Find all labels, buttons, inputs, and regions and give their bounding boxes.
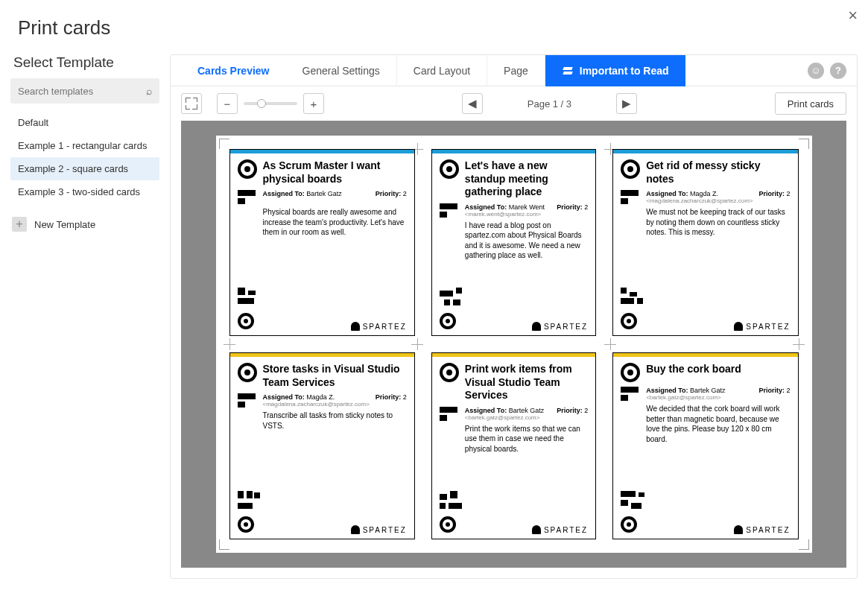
search-templates-box[interactable]: ⌕: [10, 78, 159, 104]
page-indicator: Page 1 / 3: [528, 98, 571, 110]
target-icon: [440, 516, 456, 533]
card-description: Transcribe all tasks from sticky notes t…: [263, 410, 407, 431]
tab-important[interactable]: Important to Read: [545, 55, 685, 86]
template-item[interactable]: Example 3 - two-sided cards: [10, 180, 159, 203]
main-panel: Cards PreviewGeneral SettingsCard Layout…: [170, 54, 858, 579]
assignee-email: <bartek.gatz@spartez.com>: [465, 414, 551, 421]
helmet-icon: [351, 525, 360, 534]
card-title: Buy the cork board: [646, 363, 741, 376]
helmet-icon: [734, 322, 743, 331]
barcode-icon: [440, 288, 465, 308]
target-icon: [621, 313, 637, 329]
prev-page-button[interactable]: ◀: [462, 93, 483, 114]
preview-area: As Scrum Master I want physical boardsAs…: [181, 121, 846, 568]
sidebar-heading: Select Template: [10, 54, 159, 78]
assignee-glyph: [440, 203, 459, 218]
zoom-slider[interactable]: [244, 102, 297, 105]
crop-mark: [219, 539, 229, 550]
priority: Priority: 2: [376, 393, 407, 401]
brand-label: SPARTEZ: [351, 525, 407, 534]
target-icon: [621, 363, 640, 382]
assigned-to: Assigned To: Bartek Gatz: [465, 407, 551, 414]
tab-label: Page: [504, 65, 528, 77]
target-icon: [621, 516, 637, 533]
fullscreen-button[interactable]: [181, 93, 202, 114]
new-template-button[interactable]: + New Template: [10, 211, 159, 238]
card-description: We must not be keeping track of our task…: [646, 207, 790, 238]
assignee-email: <magdalena.zacharczuk@spartez.com>: [263, 401, 370, 408]
cards-grid: As Scrum Master I want physical boardsAs…: [229, 149, 799, 539]
brand-label: SPARTEZ: [532, 322, 588, 331]
assignee-email: <marek.went@spartez.com>: [465, 211, 551, 218]
assignee-glyph: [621, 387, 640, 401]
tab-layout[interactable]: Card Layout: [397, 55, 487, 86]
template-item[interactable]: Example 1 - rectangular cards: [10, 134, 159, 157]
barcode-icon: [238, 288, 263, 308]
zoom-in-button[interactable]: +: [303, 93, 324, 114]
smiley-icon[interactable]: ☺: [808, 63, 824, 79]
preview-toolbar: − + ◀ Page 1 / 3 ▶ Print cards: [171, 86, 857, 121]
barcode-icon: [238, 491, 263, 512]
tab-label: Cards Preview: [197, 65, 270, 77]
card: As Scrum Master I want physical boardsAs…: [229, 149, 415, 336]
helmet-icon: [734, 525, 743, 534]
slider-thumb[interactable]: [257, 99, 266, 108]
crop-mark: [799, 139, 809, 149]
tab-general[interactable]: General Settings: [286, 55, 397, 86]
target-icon: [440, 363, 459, 382]
tab-label: General Settings: [302, 65, 380, 77]
assignee-glyph: [238, 393, 257, 408]
barcode-icon: [621, 491, 646, 512]
brand-label: SPARTEZ: [532, 525, 588, 534]
card: Print work items from Visual Studio Team…: [431, 352, 596, 539]
card-title: Store tasks in Visual Studio Team Servic…: [263, 363, 407, 389]
tab-preview[interactable]: Cards Preview: [181, 55, 286, 86]
tab-label: Important to Read: [580, 65, 669, 77]
search-icon: ⌕: [146, 85, 152, 97]
next-page-button[interactable]: ▶: [616, 93, 637, 114]
brand-label: SPARTEZ: [351, 322, 407, 331]
card-title: Let's have a new standup meeting gatheri…: [465, 159, 588, 199]
brand-label: SPARTEZ: [734, 322, 790, 331]
stack-icon: [562, 66, 574, 76]
card-title: Get rid of messy sticky notes: [646, 159, 790, 186]
card: Store tasks in Visual Studio Team Servic…: [229, 352, 415, 539]
sidebar: Select Template ⌕ DefaultExample 1 - rec…: [10, 54, 159, 579]
priority: Priority: 2: [557, 203, 588, 211]
priority: Priority: 2: [758, 387, 790, 394]
card-description: Print the work items so that we can use …: [465, 424, 588, 454]
card: Let's have a new standup meeting gatheri…: [431, 149, 596, 336]
close-icon[interactable]: ×: [848, 6, 858, 25]
assigned-to: Assigned To: Marek Went: [465, 203, 551, 211]
fullscreen-icon: [186, 98, 197, 110]
crop-mark: [799, 539, 809, 550]
template-list: DefaultExample 1 - rectangular cardsExam…: [10, 111, 159, 203]
template-item[interactable]: Default: [10, 111, 159, 134]
card-description: Physical boards are really awesome and i…: [263, 207, 407, 238]
tab-page[interactable]: Page: [487, 55, 545, 86]
priority: Priority: 2: [376, 190, 407, 197]
page-title: Print cards: [0, 0, 868, 54]
crop-mark: [219, 139, 229, 149]
print-cards-button[interactable]: Print cards: [775, 92, 846, 115]
target-icon: [621, 159, 640, 179]
assigned-to: Assigned To: Bartek Gatz: [263, 190, 370, 197]
assignee-glyph: [621, 190, 640, 204]
page-sheet: As Scrum Master I want physical boardsAs…: [216, 136, 812, 553]
search-input[interactable]: [18, 86, 146, 97]
target-icon: [440, 159, 459, 179]
card: Get rid of messy sticky notesAssigned To…: [612, 149, 798, 336]
barcode-icon: [440, 491, 465, 512]
help-icon[interactable]: ?: [830, 63, 846, 79]
zoom-out-button[interactable]: −: [217, 93, 238, 114]
assignee-email: <magdalena.zacharczuk@spartez.com>: [646, 197, 753, 204]
template-item[interactable]: Example 2 - square cards: [10, 157, 159, 180]
helmet-icon: [532, 322, 541, 331]
card-title: Print work items from Visual Studio Team…: [465, 363, 588, 402]
assigned-to: Assigned To: Bartek Gatz: [646, 387, 753, 394]
tab-label: Card Layout: [414, 65, 470, 77]
assigned-to: Assigned To: Magda Z.: [646, 190, 753, 197]
target-icon: [238, 516, 254, 533]
target-icon: [238, 313, 254, 329]
target-icon: [238, 363, 257, 382]
